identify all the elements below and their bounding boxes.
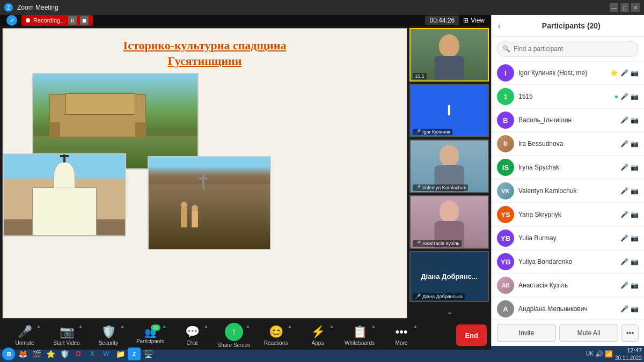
unmute-button[interactable]: ▲ 🎤 Unmute <box>4 321 45 350</box>
mic-icon: 🎤 <box>620 211 628 218</box>
video-caret-icon[interactable]: ▲ <box>78 324 83 329</box>
participants-button[interactable]: ▲ 👥 20 Participants <box>130 321 171 350</box>
participant-icons: ● 🎤 📷 <box>614 93 639 100</box>
video-thumb-anastasia: 🎤 Анастасія Кузіль <box>409 195 489 249</box>
volume-icon: 🔊 <box>595 350 603 358</box>
slide-title: Історико-культурна спадщина Гусятинщини <box>3 28 407 73</box>
view-grid-icon: ⊞ <box>463 17 469 24</box>
mic-icon: 🎤 <box>620 187 628 195</box>
avatar: І <box>497 64 514 82</box>
network-icon: 📶 <box>605 350 613 358</box>
whiteboards-label: Whiteboards <box>345 340 375 346</box>
start-video-button[interactable]: ▲ 📷 Start Video <box>46 321 87 350</box>
participant-icons: 🎤 📷 <box>620 282 639 289</box>
mic-icon: 🎤 <box>620 282 628 289</box>
clock-time: 12:47 <box>615 346 642 354</box>
video-thumb-host: 15.5 <box>409 28 489 82</box>
title-bar: Z Zoom Meeting — □ ✕ <box>0 0 644 15</box>
share-caret-icon[interactable]: ▲ <box>246 324 250 329</box>
panel-header: ‹ Participants (20) <box>492 15 644 36</box>
cam-icon: 📷 <box>631 211 639 218</box>
participant-item: VK Valentyn Kamlochuk 🎤 📷 <box>492 180 644 203</box>
reactions-button[interactable]: ▲ 😊 Reactions <box>255 321 296 350</box>
panel-close-icon[interactable]: ‹ <box>498 21 501 30</box>
mic-icon: 🎤 <box>620 234 628 242</box>
view-button[interactable]: ⊞ View <box>463 17 485 24</box>
security-label: Security <box>99 340 118 346</box>
minimize-button[interactable]: — <box>610 3 618 12</box>
panel-title: Participants (20) <box>505 21 638 30</box>
apps-caret-icon[interactable]: ▲ <box>330 324 334 329</box>
participant-name: Андріана Мельникович <box>518 305 616 313</box>
avatar-photo: VK <box>497 182 514 200</box>
cam-icon: 📷 <box>631 187 639 195</box>
recording-badge: Recording... ⏸ ⏹ <box>21 15 93 26</box>
clock-date: 30.11.2022 <box>615 354 642 361</box>
whiteboards-button[interactable]: ▲ 📋 Whiteboards <box>339 321 380 350</box>
participant-icons: 🎤 📷 <box>620 140 639 147</box>
stop-recording-button[interactable]: ⏹ <box>80 16 89 25</box>
top-bar: ✓ Recording... ⏸ ⏹ 00:44:26 ⊞ View <box>0 15 491 26</box>
participant-item: IS Iryna Spychak 🎤 📷 <box>492 156 644 179</box>
participants-caret-icon[interactable]: ▲ <box>162 324 166 329</box>
lang-indicator: UK <box>586 351 594 357</box>
share-screen-icon: ↑ <box>225 323 243 341</box>
participant-list: І Іgor Кулиняк (Host, me) ⭐ 🎤 📷 1 1515 ●… <box>492 62 644 320</box>
chat-button[interactable]: ▲ 💬 Chat <box>172 321 213 350</box>
unmute-caret-icon[interactable]: ▲ <box>36 324 41 329</box>
panel-footer: Invite Mute All ••• <box>492 320 644 346</box>
avatar: В <box>497 112 514 129</box>
scroll-down-indicator[interactable]: ⌄ <box>409 304 489 319</box>
share-screen-button[interactable]: ▲ ↑ Share Screen <box>214 321 254 350</box>
close-button[interactable]: ✕ <box>631 3 640 12</box>
taskbar-clock: 12:47 30.11.2022 <box>615 346 642 361</box>
more-button[interactable]: ▲ ••• More <box>381 321 422 350</box>
anastasia-video-label: 🎤 Анастасія Кузіль <box>413 240 462 247</box>
participant-item: В Василь_Ільчишин 🎤 📷 <box>492 109 644 132</box>
apps-icon: ⚡ <box>311 325 325 339</box>
participant-item: Ir Ira Bessudnova 🎤 📷 <box>492 132 644 156</box>
search-wrap: 🔍 <box>497 41 639 57</box>
avatar: YS <box>497 206 514 223</box>
participant-icons: 🎤 📷 <box>620 211 639 218</box>
participant-icons: 🎤 📷 <box>620 164 639 171</box>
participants-icon: 👥 20 <box>144 327 156 338</box>
chevron-down-icon: ⌄ <box>446 306 453 316</box>
cam-icon: 📷 <box>631 140 639 147</box>
meeting-timer: 00:44:26 <box>425 16 459 25</box>
video-thumb-igor: І 🎤 Іgor Кулиняк <box>409 84 489 137</box>
security-button[interactable]: ▲ 🛡️ Security <box>88 321 129 350</box>
cam-icon: 📷 <box>631 282 639 289</box>
chat-caret-icon[interactable]: ▲ <box>204 324 208 329</box>
security-icon: 🛡️ <box>101 325 116 339</box>
apps-button[interactable]: ▲ ⚡ Apps <box>297 321 338 350</box>
security-caret-icon[interactable]: ▲ <box>120 324 125 329</box>
cam-icon: 📷 <box>631 69 639 77</box>
more-options-button[interactable]: ••• <box>621 324 639 342</box>
participant-name: Yulia Burmay <box>518 234 616 242</box>
mute-all-button[interactable]: Mute All <box>559 324 618 342</box>
participants-panel: ‹ Participants (20) 🔍 І Іgor Кулиняк (Ho… <box>491 15 644 346</box>
share-screen-label: Share Screen <box>217 342 250 348</box>
reactions-caret-icon[interactable]: ▲ <box>288 324 292 329</box>
avatar: YB <box>497 253 514 270</box>
valentyn-video-label: 🎤 Valentyn Kamlochuk <box>413 184 468 191</box>
search-input[interactable] <box>497 41 639 57</box>
participant-item: YB Yuliya Bondarenko 🎤 📷 <box>492 250 644 274</box>
end-button[interactable]: End <box>456 324 487 346</box>
maximize-button[interactable]: □ <box>620 3 629 12</box>
side-videos: 15.5 І 🎤 Іgor Кулиняк <box>409 28 489 319</box>
diana-tile: Діана Добрянс... 🎤 Діана Добрянська <box>409 251 489 302</box>
participant-item: 1 1515 ● 🎤 📷 <box>492 85 644 108</box>
pause-recording-button[interactable]: ⏸ <box>68 16 77 25</box>
invite-button[interactable]: Invite <box>497 324 556 342</box>
mic-icon: 🎤 <box>620 140 628 147</box>
participant-name: Анастасія Кузіль <box>518 282 616 289</box>
chat-label: Chat <box>186 340 197 346</box>
unmute-label: Unmute <box>15 340 34 346</box>
video-thumb-valentyn: 🎤 Valentyn Kamlochuk <box>409 139 489 193</box>
more-caret-icon[interactable]: ▲ <box>413 324 418 329</box>
avatar: YB <box>497 230 514 247</box>
whiteboards-caret-icon[interactable]: ▲ <box>371 324 376 329</box>
participant-name: 1515 <box>518 93 610 100</box>
